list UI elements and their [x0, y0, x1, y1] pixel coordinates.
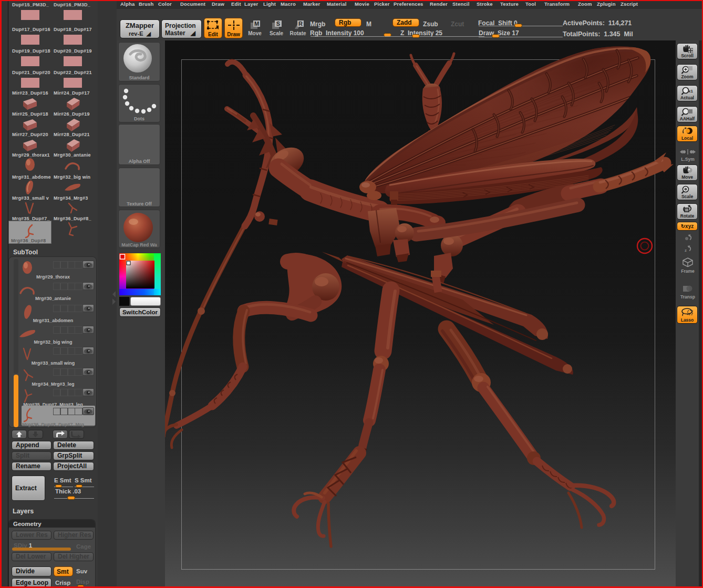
- svg-text:S: S: [276, 20, 280, 27]
- svg-text:x1: x1: [688, 89, 693, 94]
- svg-text:M: M: [254, 20, 259, 27]
- svg-text:z: z: [685, 248, 687, 253]
- svg-text:R: R: [298, 20, 303, 27]
